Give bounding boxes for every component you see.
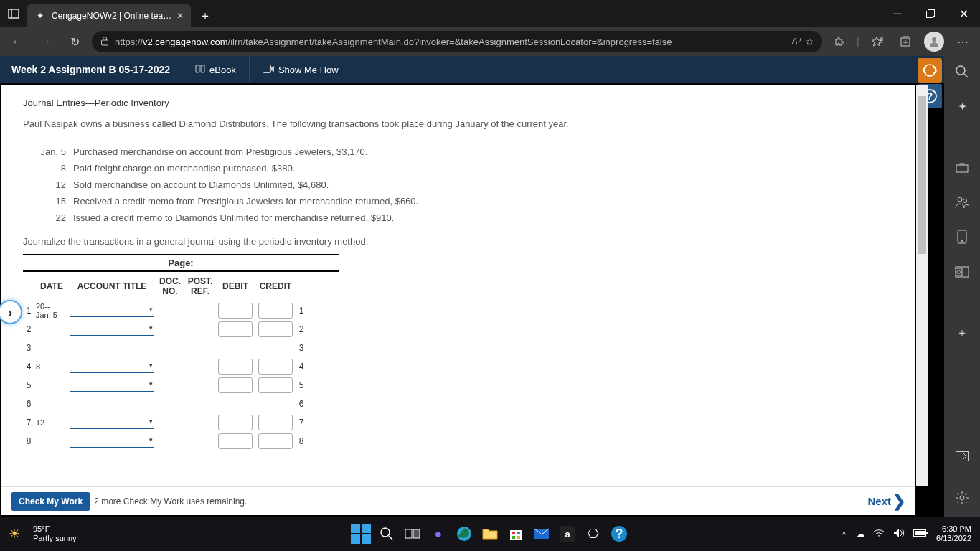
credit-input[interactable]: [258, 321, 293, 337]
transaction-row: Jan. 5Purchased merchandise on account f…: [23, 146, 894, 157]
window-close-button[interactable]: ✕: [947, 0, 980, 27]
window-minimize-button[interactable]: ─: [881, 0, 914, 27]
credit-input[interactable]: [258, 433, 293, 449]
tray-wifi-icon[interactable]: [873, 529, 885, 539]
taskbar-chat-icon[interactable]: ●: [428, 524, 448, 544]
collections-icon[interactable]: [894, 30, 917, 53]
row-number-left: 5: [23, 380, 34, 390]
sidebar-outlook-icon[interactable]: O: [953, 263, 971, 280]
journal-row: 120--Jan. 51: [23, 301, 339, 320]
support-icon[interactable]: [918, 58, 942, 83]
tab-title: CengageNOWv2 | Online teachin: [52, 11, 172, 21]
sidebar-add-icon[interactable]: ＋: [953, 324, 971, 342]
taskbar-search-icon[interactable]: [377, 524, 397, 544]
account-select[interactable]: [70, 360, 154, 373]
browser-titlebar: ✦ CengageNOWv2 | Online teachin ✕ ＋ ─ ✕: [0, 0, 980, 27]
account-select[interactable]: [70, 435, 154, 448]
sidebar-sparkle-icon[interactable]: ✦: [953, 98, 971, 115]
svg-rect-0: [9, 9, 19, 18]
date-cell: 8: [34, 362, 69, 371]
more-menu-icon[interactable]: ⋯: [951, 30, 974, 53]
favorites-icon[interactable]: [865, 30, 888, 53]
row-number-right: 1: [296, 306, 307, 316]
transaction-desc: Sold merchandise on account to Diamonds …: [73, 179, 894, 190]
credit-input[interactable]: [258, 415, 293, 430]
ebook-button[interactable]: eBook: [182, 56, 250, 83]
extensions-icon[interactable]: [828, 30, 851, 53]
svg-point-17: [956, 66, 965, 75]
weather-widget[interactable]: 95°F Partly sunny: [33, 524, 77, 543]
windows-taskbar: ☀ 95°F Partly sunny ● a ⎔ ? ＾ ☁ 6:30 PM …: [0, 517, 980, 551]
debit-input[interactable]: [218, 303, 253, 319]
tray-onedrive-icon[interactable]: ☁: [857, 529, 864, 539]
svg-point-14: [924, 65, 936, 76]
chevron-right-icon: ❯: [892, 492, 905, 511]
profile-button[interactable]: [923, 30, 946, 53]
check-my-work-button[interactable]: Check My Work: [11, 492, 90, 511]
taskbar-explorer-icon[interactable]: [480, 524, 500, 544]
sidebar-phone-icon[interactable]: [953, 228, 971, 245]
col-doc: DOC. NO.: [155, 272, 185, 301]
account-select[interactable]: [70, 304, 154, 317]
account-select[interactable]: [70, 323, 154, 336]
window-restore-button[interactable]: [914, 0, 947, 27]
tray-chevron-icon[interactable]: ＾: [840, 529, 848, 540]
debit-input[interactable]: [218, 415, 253, 430]
svg-rect-35: [512, 532, 515, 534]
new-tab-button[interactable]: ＋: [194, 4, 217, 27]
account-select[interactable]: [70, 416, 154, 429]
transaction-row: 22Issued a credit memo to Diamonds Unlim…: [23, 212, 894, 223]
journal-row: 66: [23, 395, 339, 413]
account-select[interactable]: [70, 379, 154, 392]
credit-input[interactable]: [258, 377, 293, 393]
add-favorite-icon[interactable]: ✩: [806, 37, 814, 47]
svg-line-18: [964, 74, 968, 77]
svg-rect-31: [405, 529, 412, 538]
nav-forward-button[interactable]: →: [34, 30, 57, 53]
browser-tab[interactable]: ✦ CengageNOWv2 | Online teachin ✕: [27, 4, 191, 27]
taskbar-app-icon[interactable]: ⎔: [583, 524, 603, 544]
show-me-how-button[interactable]: Show Me How: [250, 56, 352, 83]
assignment-footer: Check My Work 2 more Check My Work uses …: [1, 486, 915, 515]
taskbar-edge-icon[interactable]: [454, 524, 474, 544]
svg-rect-38: [517, 536, 520, 539]
nav-refresh-button[interactable]: ↻: [63, 30, 86, 53]
next-button[interactable]: Next❯: [867, 492, 905, 511]
task-view-icon[interactable]: [402, 524, 423, 544]
credit-input[interactable]: [258, 359, 293, 375]
sidebar-people-icon[interactable]: [953, 194, 971, 211]
tray-battery-icon[interactable]: [913, 529, 928, 538]
sidebar-collapse-icon[interactable]: [953, 448, 971, 465]
address-bar[interactable]: https://v2.cengagenow.com/ilrn/takeAssig…: [92, 31, 822, 52]
svg-rect-4: [102, 40, 108, 45]
debit-input[interactable]: [218, 433, 253, 449]
transaction-row: 8Paid freight charge on merchandise purc…: [23, 163, 894, 174]
credit-input[interactable]: [258, 303, 293, 319]
system-clock[interactable]: 6:30 PM 6/13/2022: [936, 524, 971, 543]
tab-close-icon[interactable]: ✕: [176, 11, 184, 21]
nav-back-button[interactable]: ←: [6, 30, 29, 53]
col-debit: DEBIT: [215, 272, 255, 301]
debit-input[interactable]: [218, 359, 253, 375]
taskbar-mail-icon[interactable]: [532, 524, 552, 544]
tray-volume-icon[interactable]: [893, 528, 905, 540]
read-aloud-icon[interactable]: A⁾: [792, 37, 800, 47]
browser-toolbar: ← → ↻ https://v2.cengagenow.com/ilrn/tak…: [0, 27, 980, 56]
debit-input[interactable]: [218, 377, 253, 393]
svg-text:?: ?: [927, 90, 933, 102]
outer-scrollbar[interactable]: [916, 85, 928, 486]
debit-input[interactable]: [218, 321, 253, 337]
start-button[interactable]: [351, 524, 371, 544]
row-number-right: 8: [296, 436, 307, 446]
transaction-desc: Paid freight charge on merchandise purch…: [73, 163, 894, 174]
taskbar-store-icon[interactable]: [506, 524, 526, 544]
sidebar-tools-icon[interactable]: [953, 159, 971, 176]
sidebar-settings-icon[interactable]: [953, 489, 971, 507]
taskbar-amazon-icon[interactable]: a: [557, 524, 578, 544]
transaction-date: Jan. 5: [23, 146, 73, 157]
sidebar-search-icon[interactable]: [953, 63, 971, 80]
weather-icon[interactable]: ☀: [9, 526, 20, 542]
taskbar-help-icon[interactable]: ?: [609, 524, 629, 544]
tab-actions-icon[interactable]: [0, 0, 27, 27]
row-number-left: 8: [23, 436, 34, 446]
